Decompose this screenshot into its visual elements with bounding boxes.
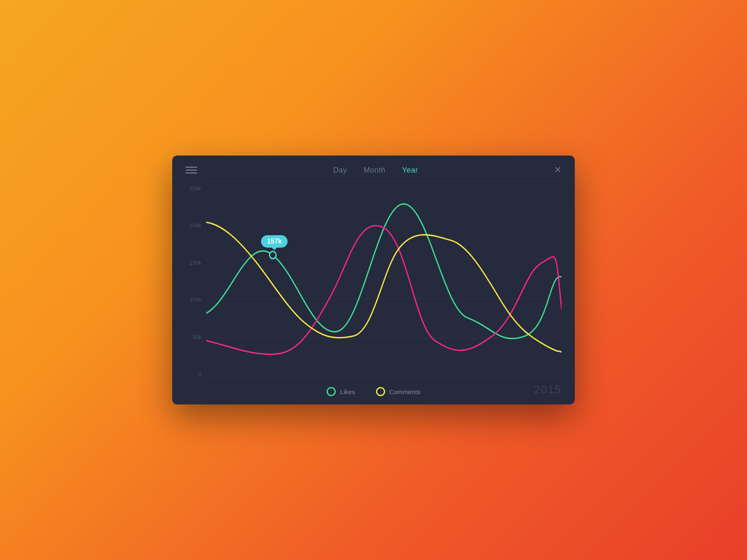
tab-month[interactable]: Month — [364, 166, 386, 175]
y-label-0: 0 — [186, 371, 206, 377]
legend-label-comments: Comments — [389, 388, 420, 395]
nav-tabs: Day Month Year — [333, 166, 418, 175]
legend-item-comments: Comments — [376, 387, 420, 396]
y-label-200k: 200k — [186, 222, 206, 229]
chart-card: Day Month Year ✕ 250k 200k 150k 100k 50k… — [172, 156, 575, 404]
y-axis: 250k 200k 150k 100k 50k 0 — [186, 181, 206, 381]
y-label-100k: 100k — [186, 297, 206, 303]
hamburger-icon[interactable] — [186, 167, 197, 173]
y-label-50k: 50k — [186, 334, 206, 340]
tab-day[interactable]: Day — [333, 166, 347, 175]
legend-circle-comments — [376, 387, 385, 396]
tooltip-dot — [270, 251, 276, 259]
chart-body: 157k — [206, 181, 561, 381]
tab-year[interactable]: Year — [402, 166, 418, 175]
header: Day Month Year ✕ — [172, 156, 575, 181]
legend-item-likes: Likes — [327, 387, 355, 396]
y-label-250k: 250k — [186, 185, 206, 192]
year-label: 2015 — [534, 383, 561, 396]
close-icon[interactable]: ✕ — [554, 166, 561, 175]
legend: Likes Comments — [327, 387, 420, 396]
chart-svg — [206, 181, 561, 377]
legend-label-likes: Likes — [340, 388, 355, 395]
chart-area: 250k 200k 150k 100k 50k 0 — [172, 181, 575, 381]
legend-circle-likes — [327, 387, 336, 396]
y-label-150k: 150k — [186, 260, 206, 266]
footer: Likes Comments 2015 — [172, 381, 575, 404]
